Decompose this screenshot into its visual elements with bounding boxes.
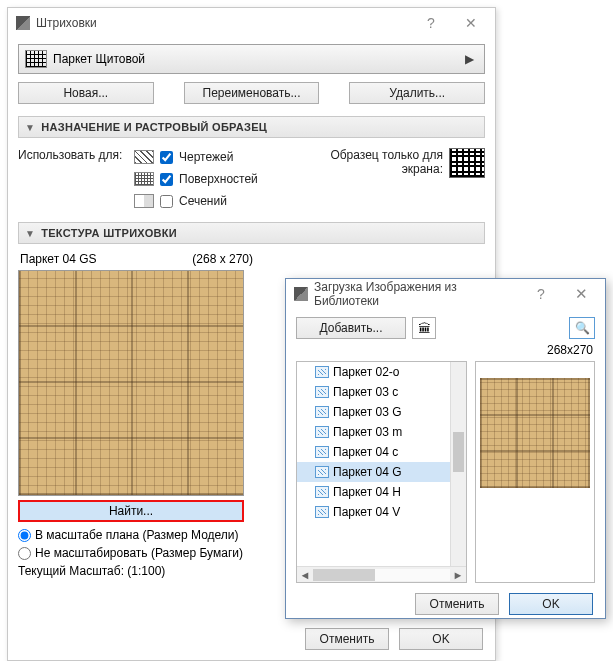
close-button[interactable]: ✕ [451, 9, 491, 37]
list-item-label: Паркет 04 V [333, 505, 400, 519]
surface-type-icon [134, 172, 154, 186]
scale-model-radio[interactable] [18, 529, 31, 542]
list-item-label: Паркет 02-о [333, 365, 399, 379]
rename-button[interactable]: Переименовать... [184, 82, 320, 104]
image-dims: 268x270 [286, 343, 605, 361]
cancel-button[interactable]: Отменить [305, 628, 389, 650]
titlebar[interactable]: Штриховки ? ✕ [8, 8, 495, 38]
scroll-right-icon[interactable]: ► [450, 569, 466, 581]
new-button[interactable]: Новая... [18, 82, 154, 104]
list-item-label: Паркет 04 G [333, 465, 401, 479]
option-sections[interactable]: Сечений [134, 190, 295, 212]
ok-button[interactable]: OK [509, 593, 593, 615]
find-button[interactable]: Найти... [18, 500, 244, 522]
ok-button[interactable]: OK [399, 628, 483, 650]
texture-file-icon [315, 486, 329, 498]
surfaces-label: Поверхностей [179, 172, 258, 186]
texture-file-icon [315, 406, 329, 418]
list-item[interactable]: Паркет 03 с [297, 382, 466, 402]
load-image-dialog: Загрузка Изображения из Библиотеки ? ✕ Д… [285, 278, 606, 619]
vertical-scrollbar[interactable] [450, 362, 466, 566]
surfaces-checkbox[interactable] [160, 173, 173, 186]
preview-thumbnail [480, 378, 590, 488]
list-item-label: Паркет 04 с [333, 445, 398, 459]
texture-name: Паркет 04 GS [20, 252, 96, 266]
library-list[interactable]: Паркет 02-оПаркет 03 сПаркет 03 GПаркет … [296, 361, 467, 583]
help-button[interactable]: ? [521, 280, 561, 308]
texture-file-icon [315, 386, 329, 398]
drawing-type-icon [134, 150, 154, 164]
hatch-picker[interactable]: Паркет Щитовой ▶ [18, 44, 485, 74]
texture-file-icon [315, 366, 329, 378]
hatch-swatch-icon [25, 50, 47, 68]
library-icon-button[interactable]: 🏛 [412, 317, 436, 339]
delete-button[interactable]: Удалить... [349, 82, 485, 104]
list-item[interactable]: Паркет 03 m [297, 422, 466, 442]
list-item-label: Паркет 03 m [333, 425, 402, 439]
scale-paper-label: Не масштабировать (Размер Бумаги) [35, 546, 243, 560]
section-type-icon [134, 194, 154, 208]
drawings-label: Чертежей [179, 150, 233, 164]
screen-sample-swatch[interactable] [449, 148, 485, 178]
section-assignment[interactable]: ▼ НАЗНАЧЕНИЕ И РАСТРОВЫЙ ОБРАЗЕЦ [18, 116, 485, 138]
sections-label: Сечений [179, 194, 227, 208]
help-button[interactable]: ? [411, 9, 451, 37]
hatch-name: Паркет Щитовой [53, 52, 460, 66]
list-item[interactable]: Паркет 03 G [297, 402, 466, 422]
list-item[interactable]: Паркет 04 G [297, 462, 466, 482]
disclosure-icon: ▼ [25, 228, 35, 239]
list-item[interactable]: Паркет 04 с [297, 442, 466, 462]
list-item[interactable]: Паркет 04 V [297, 502, 466, 522]
texture-file-icon [315, 426, 329, 438]
list-item[interactable]: Паркет 04 H [297, 482, 466, 502]
dialog-title: Загрузка Изображения из Библиотеки [314, 280, 521, 308]
texture-file-icon [315, 446, 329, 458]
texture-file-icon [315, 466, 329, 478]
scroll-left-icon[interactable]: ◄ [297, 569, 313, 581]
list-item-label: Паркет 03 с [333, 385, 398, 399]
texture-dims: (268 x 270) [192, 252, 253, 266]
scale-paper-radio[interactable] [18, 547, 31, 560]
preview-panel [475, 361, 595, 583]
section-title: ТЕКСТУРА ШТРИХОВКИ [41, 227, 177, 239]
titlebar[interactable]: Загрузка Изображения из Библиотеки ? ✕ [286, 279, 605, 309]
list-item-label: Паркет 04 H [333, 485, 401, 499]
drawings-checkbox[interactable] [160, 151, 173, 164]
horizontal-scrollbar[interactable]: ◄ ► [297, 566, 466, 582]
option-surfaces[interactable]: Поверхностей [134, 168, 295, 190]
chevron-right-icon: ▶ [460, 52, 478, 66]
list-item-label: Паркет 03 G [333, 405, 401, 419]
list-item[interactable]: Паркет 02-о [297, 362, 466, 382]
texture-preview [18, 270, 244, 496]
cancel-button[interactable]: Отменить [415, 593, 499, 615]
use-for-label: Использовать для: [18, 146, 134, 212]
app-icon [16, 16, 30, 30]
screen-sample-label: Образец только для экрана: [330, 148, 443, 176]
dialog-title: Штриховки [36, 16, 411, 30]
sections-checkbox[interactable] [160, 195, 173, 208]
scale-model-label: В масштабе плана (Размер Модели) [35, 528, 239, 542]
option-drawings[interactable]: Чертежей [134, 146, 295, 168]
disclosure-icon: ▼ [25, 122, 35, 133]
view-mode-button[interactable]: 🔍 [569, 317, 595, 339]
section-title: НАЗНАЧЕНИЕ И РАСТРОВЫЙ ОБРАЗЕЦ [41, 121, 267, 133]
texture-file-icon [315, 506, 329, 518]
close-button[interactable]: ✕ [561, 280, 601, 308]
app-icon [294, 287, 308, 301]
add-button[interactable]: Добавить... [296, 317, 406, 339]
section-texture[interactable]: ▼ ТЕКСТУРА ШТРИХОВКИ [18, 222, 485, 244]
